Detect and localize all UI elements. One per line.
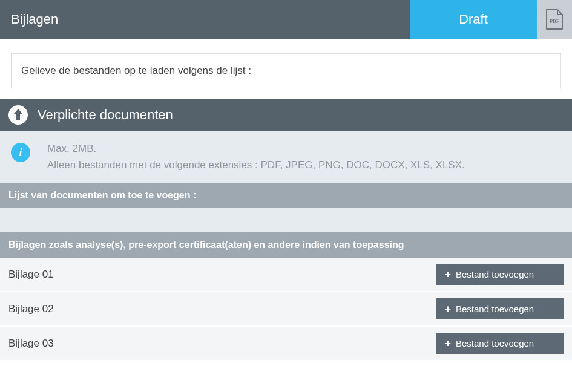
group-header: Bijlagen zoals analyse(s), pre-export ce…	[0, 232, 572, 258]
attachment-label: Bijlage 02	[8, 303, 54, 315]
pdf-icon: PDF	[545, 8, 564, 30]
list-header: Lijst van documenten om toe te voegen :	[0, 183, 572, 208]
section-header-required-documents[interactable]: Verplichte documenten	[0, 99, 572, 131]
info-text: Max. 2MB. Alleen bestanden met de volgen…	[47, 140, 465, 173]
add-file-button[interactable]: +Bestand toevoegen	[436, 298, 564, 319]
plus-icon: +	[445, 269, 451, 279]
svg-text:PDF: PDF	[550, 19, 559, 24]
section-title: Verplichte documenten	[38, 107, 173, 123]
attachment-row: Bijlage 03+Bestand toevoegen	[0, 327, 572, 361]
collapse-up-icon	[7, 104, 29, 126]
attachment-label: Bijlage 01	[8, 269, 54, 281]
plus-icon: +	[445, 338, 451, 348]
page-title: Bijlagen	[0, 0, 410, 39]
add-file-button[interactable]: +Bestand toevoegen	[436, 264, 564, 285]
export-pdf-button[interactable]: PDF	[537, 0, 572, 39]
attachment-row: Bijlage 01+Bestand toevoegen	[0, 258, 572, 292]
attachment-label: Bijlage 03	[8, 338, 54, 350]
info-icon: i	[11, 143, 30, 162]
info-line-1: Max. 2MB.	[47, 140, 465, 157]
page-header: Bijlagen Draft PDF	[0, 0, 572, 39]
spacer	[0, 208, 572, 232]
attachment-row: Bijlage 02+Bestand toevoegen	[0, 292, 572, 327]
status-badge: Draft	[410, 0, 537, 39]
info-banner: i Max. 2MB. Alleen bestanden met de volg…	[0, 131, 572, 183]
add-file-button-label: Bestand toevoegen	[456, 338, 534, 348]
add-file-button-label: Bestand toevoegen	[456, 304, 534, 314]
add-file-button[interactable]: +Bestand toevoegen	[436, 333, 564, 354]
plus-icon: +	[445, 304, 451, 314]
attachments-list: Bijlage 01+Bestand toevoegenBijlage 02+B…	[0, 258, 572, 361]
add-file-button-label: Bestand toevoegen	[456, 269, 534, 279]
instruction-text: Gelieve de bestanden op te laden volgens…	[11, 53, 561, 88]
info-line-2: Alleen bestanden met de volgende extensi…	[47, 157, 465, 173]
